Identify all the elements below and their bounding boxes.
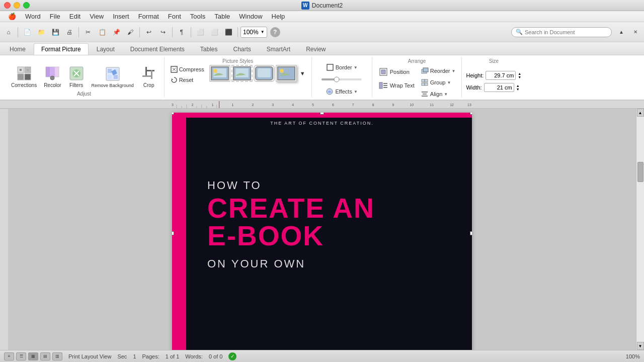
menu-format[interactable]: Format [134,12,163,21]
save-btn[interactable]: 💾 [49,26,62,39]
tab-tables[interactable]: Tables [193,43,225,55]
svg-rect-13 [108,69,112,73]
menu-apple[interactable]: 🍎 [4,12,20,21]
style-thumb-1[interactable] [209,65,230,82]
tab-smartart[interactable]: SmartArt [259,43,298,55]
menu-tools[interactable]: Tools [186,12,209,21]
indent3-btn[interactable]: ⬛ [222,26,235,39]
menu-view[interactable]: View [86,12,108,21]
handle-mr[interactable] [470,231,472,235]
group-button[interactable]: Group ▼ [419,77,458,87]
standard-toolbar: ⌂ 📄 📁 💾 🖨 ✂ 📋 📌 🖌 ↩ ↪ ¶ ⬜ ⬜ ⬛ 100% ▼ ? 🔍… [0,22,644,42]
paragraph-btn[interactable]: ¶ [175,26,188,39]
doc-scroll-area[interactable]: THE ART OF CONTENT CREATION. HOW TO CREA… [8,109,636,350]
copy-btn[interactable]: 📋 [96,26,109,39]
help-circle[interactable]: ? [270,27,280,37]
menu-insert[interactable]: Insert [109,12,133,21]
height-stepper[interactable]: ▲ ▼ [518,72,521,79]
menu-file[interactable]: File [46,12,64,21]
paste-btn[interactable]: 📌 [110,26,123,39]
format-painter-btn[interactable]: 🖌 [124,26,137,39]
view-btn-4[interactable]: ▤ [40,352,50,360]
crop-button[interactable]: Crop [138,63,160,90]
position-button[interactable]: Position [376,66,417,78]
section-label: Sec [117,353,127,359]
menu-table[interactable]: Table [210,12,234,21]
scroll-up-button[interactable]: ▲ [637,109,644,117]
ruler: 3 2 1 1 2 3 4 5 6 7 8 9 10 11 12 13 [0,101,644,109]
handle-tl[interactable] [172,113,174,115]
svg-rect-8 [50,67,55,77]
styles-more-button[interactable]: ▼ [298,69,307,77]
svg-point-26 [213,69,217,73]
section-num: 1 [133,353,136,359]
height-input[interactable] [486,71,516,80]
recolor-button[interactable]: Recolor [41,63,64,90]
menu-font[interactable]: Font [164,12,185,21]
width-stepper[interactable]: ▲ ▼ [516,84,520,91]
scroll-down-button[interactable]: ▼ [637,342,644,350]
maximize-button[interactable] [23,2,30,9]
wrap-text-button[interactable]: Wrap Text [376,79,417,92]
svg-rect-57 [1,101,643,108]
handle-tc[interactable] [320,113,324,115]
reset-button[interactable]: Reset [169,75,206,84]
style-thumb-2[interactable] [231,65,253,82]
svg-point-9 [50,76,54,80]
menu-word[interactable]: Word [21,12,45,21]
view-btn-2[interactable]: ☰ [16,352,26,360]
svg-rect-15 [108,75,112,79]
new-btn[interactable]: 📄 [21,26,34,39]
style-thumb-3[interactable] [254,65,275,82]
handle-tr[interactable] [470,113,472,115]
border-button[interactable]: Border ▼ [324,62,360,72]
home-btn[interactable]: ⌂ [2,26,15,39]
scroll-thumb[interactable] [637,162,643,182]
tab-layout[interactable]: Layout [89,43,122,55]
svg-rect-33 [327,64,333,70]
svg-rect-4 [20,69,22,71]
close-button[interactable] [4,2,11,9]
close-icon[interactable]: ✕ [629,26,642,39]
menu-window[interactable]: Window [235,12,266,21]
effects-button[interactable]: Effects ▼ [324,86,359,97]
search-input[interactable] [525,29,605,35]
svg-text:3: 3 [272,103,274,106]
tab-document-elements[interactable]: Document Elements [123,43,192,55]
open-btn[interactable]: 📁 [35,26,48,39]
tab-charts[interactable]: Charts [225,43,258,55]
redo-btn[interactable]: ↪ [156,26,170,39]
corrections-button[interactable]: Corrections [8,63,40,90]
sep4 [172,27,173,37]
indent2-btn[interactable]: ⬜ [208,26,221,39]
tab-format-picture[interactable]: Format Picture [34,43,89,55]
svg-point-36 [334,77,339,82]
handle-ml[interactable] [172,231,174,235]
remove-background-button[interactable]: Remove Background [89,64,137,90]
zoom-control[interactable]: 100% ▼ [240,27,267,38]
align-button[interactable]: Align ▼ [419,89,458,99]
view-btn-5[interactable]: ▥ [52,352,62,360]
filters-button[interactable]: Filters [65,63,88,90]
print-btn[interactable]: 🖨 [63,26,76,39]
undo-btn[interactable]: ↩ [142,26,155,39]
svg-text:5: 5 [312,103,314,106]
adjust-label: Adjust [77,90,91,97]
view-btn-1[interactable]: ≡ [4,352,14,360]
width-input[interactable] [484,83,514,92]
menu-edit[interactable]: Edit [65,12,85,21]
tab-review[interactable]: Review [298,43,333,55]
word-icon: W [301,2,309,10]
minimize-icon[interactable]: ▲ [615,26,628,39]
indent-btn[interactable]: ⬜ [194,26,207,39]
cover-subtitle: THE ART OF CONTENT CREATION. [172,118,472,129]
compress-button[interactable]: Compress [169,65,206,74]
style-thumb-4[interactable] [276,65,297,82]
scroll-track[interactable] [637,117,644,342]
minimize-button[interactable] [14,2,20,9]
tab-home[interactable]: Home [2,43,33,55]
cut-btn[interactable]: ✂ [82,26,95,39]
reorder-button[interactable]: Reorder ▼ [419,66,458,76]
menu-help[interactable]: Help [268,12,289,21]
view-btn-3[interactable]: ▦ [28,352,38,360]
